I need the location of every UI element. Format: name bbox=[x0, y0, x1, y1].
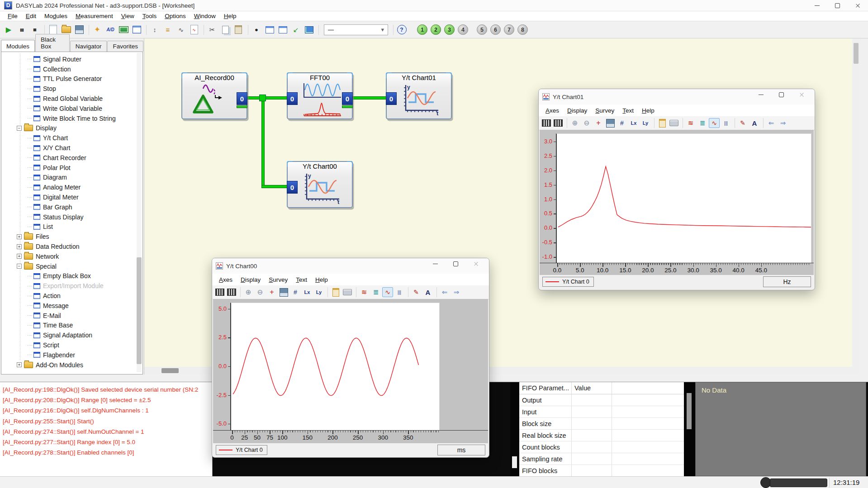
pause-button[interactable]: ▮▮ bbox=[16, 24, 28, 36]
waterfall-icon[interactable]: ≋ bbox=[685, 118, 696, 128]
menu-tools[interactable]: Tools bbox=[138, 13, 161, 19]
tree-item-special[interactable]: −Special bbox=[1, 261, 142, 271]
chart-maximize-button[interactable] bbox=[771, 89, 792, 100]
animation-icon[interactable] bbox=[541, 118, 552, 128]
chart01-window[interactable]: Y/t Chart01AxesDisplaySurveyTextHelp⊕⊖+#… bbox=[538, 89, 815, 290]
output-port[interactable]: 0 bbox=[237, 92, 247, 105]
tree-item-write-global-variable[interactable]: Write Global Variable bbox=[1, 104, 142, 114]
wiring-button[interactable]: ∿ bbox=[175, 24, 187, 36]
menu-options[interactable]: Options bbox=[161, 13, 190, 19]
chart-menu-text[interactable]: Text bbox=[292, 276, 311, 283]
chart-menu-axes[interactable]: Axes bbox=[215, 276, 237, 283]
tree-item-flagbender[interactable]: Flagbender bbox=[1, 350, 142, 360]
tab-modules[interactable]: Modules bbox=[1, 40, 35, 52]
tree-item-x-y-chart[interactable]: X/Y Chart bbox=[1, 143, 142, 153]
fifo-row[interactable]: Input bbox=[519, 406, 684, 418]
show-window-button[interactable] bbox=[303, 24, 315, 36]
chart-close-button[interactable] bbox=[792, 89, 812, 100]
input-port[interactable]: 0 bbox=[287, 92, 298, 105]
measurement-slider-bar[interactable] bbox=[770, 479, 827, 487]
shift-left-icon[interactable]: ⇐ bbox=[439, 287, 450, 297]
tree-item-files[interactable]: +Files bbox=[1, 232, 142, 242]
copy-window-button[interactable] bbox=[264, 24, 275, 36]
start-button[interactable]: ▶ bbox=[3, 24, 14, 36]
tree-item-polar-plot[interactable]: Polar Plot bbox=[1, 163, 142, 173]
menu-help[interactable]: Help bbox=[220, 13, 241, 19]
tree-item-e-mail[interactable]: E-Mail bbox=[1, 311, 142, 321]
chart00-window[interactable]: Y/t Chart00AxesDisplaySurveyTextHelp⊕⊖+#… bbox=[212, 258, 489, 458]
module-block-fft00[interactable]: FFT0000 bbox=[287, 72, 353, 119]
blacklist-scrollbar[interactable] bbox=[510, 382, 519, 477]
tree-item-analog-meter[interactable]: Analog Meter bbox=[1, 182, 142, 192]
chart-maximize-button[interactable] bbox=[446, 258, 466, 269]
menu-view[interactable]: View bbox=[117, 13, 138, 19]
close-button[interactable] bbox=[848, 0, 868, 11]
arrange-button[interactable]: ↙ bbox=[290, 24, 302, 36]
single-chart-icon[interactable]: ∿ bbox=[709, 118, 720, 128]
script-log-panel[interactable]: [AI_Record.py:198::DlgOk()] Saved select… bbox=[0, 382, 213, 477]
input-port[interactable]: 0 bbox=[386, 92, 397, 105]
tree-item-read-global-variable[interactable]: Read Global Variable bbox=[1, 94, 142, 104]
fifo-row[interactable]: Real block size bbox=[519, 430, 684, 441]
menu-edit[interactable]: Edit bbox=[22, 13, 40, 19]
collapse-icon[interactable]: − bbox=[17, 126, 22, 131]
x-axis-icon[interactable]: Lx bbox=[628, 118, 639, 128]
clipboard-icon[interactable] bbox=[330, 287, 341, 297]
tree-item-empty-black-box[interactable]: Empty Black Box bbox=[1, 271, 142, 281]
font-icon[interactable]: A bbox=[422, 287, 433, 297]
fifo-row[interactable]: Block size bbox=[519, 418, 684, 430]
measurement-step-3[interactable]: 3 bbox=[444, 24, 455, 35]
module-block-ai-record00[interactable]: AI_Record000 bbox=[181, 72, 247, 119]
multistrip-icon[interactable]: ≣ bbox=[370, 287, 381, 297]
worksheet-vscrollbar[interactable] bbox=[852, 38, 860, 374]
menu-file[interactable]: File bbox=[4, 13, 22, 19]
paste-window-button[interactable] bbox=[277, 24, 289, 36]
font-icon[interactable]: A bbox=[749, 118, 760, 128]
fifo-row[interactable]: Output bbox=[519, 394, 684, 406]
chart-window-titlebar[interactable]: Y/t Chart01 bbox=[539, 89, 815, 105]
y-axis-icon[interactable]: Ly bbox=[313, 287, 324, 297]
measurement-step-8[interactable]: 8 bbox=[517, 24, 528, 35]
cursor-icon[interactable]: + bbox=[266, 287, 277, 297]
tree-item-y-t-chart[interactable]: Y/t Chart bbox=[1, 133, 142, 143]
tree-item-display[interactable]: −Display bbox=[1, 123, 142, 133]
tree-item-write-block-time-to-string[interactable]: Write Block Time to String bbox=[1, 114, 142, 123]
ink-button[interactable]: ● bbox=[251, 24, 262, 36]
menu-measurement[interactable]: Measurement bbox=[71, 13, 117, 19]
zoom-in-icon[interactable]: ⊕ bbox=[569, 118, 580, 128]
tree-scrollbar[interactable] bbox=[137, 53, 142, 372]
chart-menu-display[interactable]: Display bbox=[563, 107, 591, 114]
y-axis-icon[interactable]: Ly bbox=[640, 118, 651, 128]
collapse-icon[interactable]: − bbox=[17, 264, 22, 269]
brush-icon[interactable]: ✎ bbox=[411, 287, 422, 297]
tree-item-action[interactable]: Action bbox=[1, 291, 142, 301]
tree-item-signal-adaptation[interactable]: Signal Adaptation bbox=[1, 330, 142, 340]
measurement-step-7[interactable]: 7 bbox=[504, 24, 514, 35]
tree-item-bar-graph[interactable]: Bar Graph bbox=[1, 202, 142, 212]
input-port[interactable]: 0 bbox=[287, 181, 298, 194]
expand-icon[interactable]: + bbox=[17, 244, 22, 249]
chart-menu-help[interactable]: Help bbox=[638, 107, 659, 114]
measurement-step-4[interactable]: 4 bbox=[458, 24, 468, 35]
chart-menu-survey[interactable]: Survey bbox=[591, 107, 618, 114]
tab-black-box[interactable]: Black Box bbox=[35, 34, 70, 52]
expand-icon[interactable]: + bbox=[17, 362, 22, 367]
print-icon[interactable] bbox=[342, 287, 353, 297]
fifo-row[interactable]: FIFO blocks bbox=[519, 465, 684, 477]
tree-item-list[interactable]: List bbox=[1, 222, 142, 232]
tree-item-script[interactable]: Script bbox=[1, 340, 142, 350]
report-button[interactable]: ∿ bbox=[188, 24, 200, 36]
module-tree-panel[interactable]: Signal RouterCollectionTTL Pulse Generat… bbox=[1, 52, 143, 374]
export-button[interactable]: ✦ bbox=[91, 24, 103, 36]
zoom-out-icon[interactable]: ⊖ bbox=[255, 287, 266, 297]
chart-menu-text[interactable]: Text bbox=[618, 107, 638, 114]
module-tree-button[interactable]: ≡ bbox=[162, 24, 174, 36]
module-block-y-t-chart01[interactable]: Y/t Chart01yt0 bbox=[386, 72, 452, 119]
print-icon[interactable] bbox=[669, 118, 679, 128]
single-chart-icon[interactable]: ∿ bbox=[382, 287, 393, 297]
fifo-row[interactable]: Count blocks bbox=[519, 441, 684, 453]
chart-window-titlebar[interactable]: Y/t Chart00 bbox=[212, 258, 489, 274]
tree-item-message[interactable]: Message bbox=[1, 301, 142, 311]
measurement-step-5[interactable]: 5 bbox=[477, 24, 487, 35]
cut-button[interactable]: ✂ bbox=[206, 24, 218, 36]
